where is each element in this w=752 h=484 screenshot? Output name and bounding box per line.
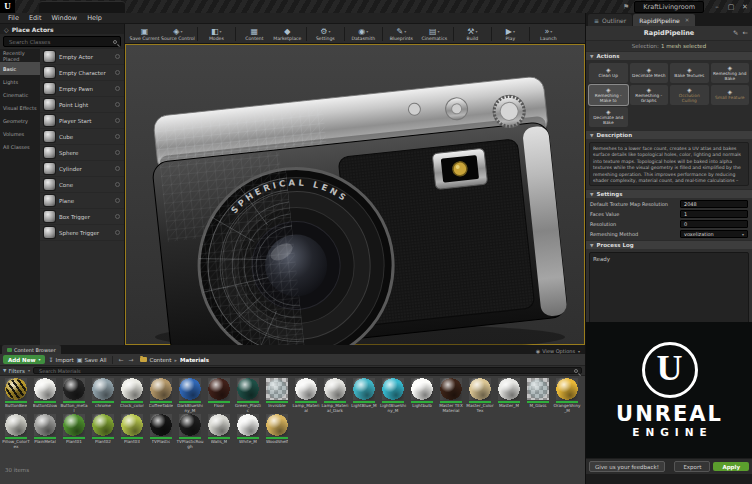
viewport[interactable]: SPHERICAL LENS	[125, 44, 585, 345]
marketplace-button[interactable]: ◆Marketplace	[271, 24, 304, 44]
dock-arrow-icon[interactable]: ←	[743, 29, 748, 37]
actor-item-cylinder[interactable]: Cylinder	[40, 161, 124, 177]
save-current-button[interactable]: ▣Save Current	[128, 24, 161, 44]
breadcrumb-content[interactable]: Content	[150, 357, 172, 363]
forward-arrow-icon[interactable]: →	[128, 356, 135, 363]
asset-white-m[interactable]: White_M	[234, 414, 262, 449]
asset-master-m[interactable]: Master_M	[495, 378, 523, 413]
asset-master-colortex[interactable]: Master_ColorTex	[466, 378, 494, 413]
export-button[interactable]: Export	[674, 461, 710, 472]
setting-value-resolution[interactable]: 0	[680, 220, 748, 228]
actor-item-cone[interactable]: Cone	[40, 177, 124, 193]
filters-button[interactable]: ▼ Filters ▾	[3, 368, 30, 374]
asset-buttonbee[interactable]: ButtonBee	[2, 378, 30, 413]
asset-tvplasticrough[interactable]: TVPlasticRough	[176, 414, 204, 449]
actor-item-point-light[interactable]: Point Light	[40, 97, 124, 113]
asset-floor[interactable]: Floor	[205, 378, 233, 413]
save-all-button[interactable]: ▣ Save All	[77, 356, 107, 363]
action-remeshing-and-bake[interactable]: ◈Remeshing and Bake	[711, 63, 750, 83]
actor-item-cube[interactable]: Cube	[40, 129, 124, 145]
actor-item-plane[interactable]: Plane	[40, 193, 124, 209]
asset-plant03[interactable]: Plant03	[118, 414, 146, 449]
category-geometry[interactable]: Geometry	[0, 114, 40, 127]
apply-button[interactable]: Apply	[713, 462, 749, 471]
settings-button[interactable]: ⚙▾Settings	[309, 24, 342, 44]
actor-item-empty-actor[interactable]: Empty Actor	[40, 49, 124, 65]
maximize-button[interactable]: ▢	[724, 1, 738, 13]
action-remeshing-make-to[interactable]: ◈Remeshing - Make to	[589, 85, 628, 105]
section-process-log[interactable]: ▼ Process Log	[586, 240, 752, 249]
close-button[interactable]: ✕	[738, 1, 752, 13]
action-decimate-mesh[interactable]: ◈Decimate Mesh	[630, 63, 669, 83]
actor-item-player-start[interactable]: Player Start	[40, 113, 124, 129]
section-description[interactable]: ▼ Description	[586, 130, 752, 139]
menu-edit[interactable]: Edit	[24, 14, 47, 22]
asset-plant01[interactable]: Plant01	[60, 414, 88, 449]
notification-flag-icon[interactable]: ⚑	[623, 3, 629, 11]
setting-value-faces-value[interactable]: 1	[680, 210, 748, 218]
action-small-feature[interactable]: ◈Small Feature	[711, 85, 750, 105]
view-options-button[interactable]: ◉ View Options ▾	[536, 348, 583, 354]
minimize-button[interactable]: –	[710, 1, 724, 13]
actor-item-sphere[interactable]: Sphere	[40, 145, 124, 161]
cinematics-button[interactable]: ▤▾Cinematics	[418, 24, 451, 44]
action-clean-up[interactable]: ◈Clean Up	[589, 63, 628, 83]
actor-item-empty-pawn[interactable]: Empty Pawn	[40, 81, 124, 97]
asset-lamp-material[interactable]: Lamp_Material	[292, 378, 320, 413]
asset-walls-m[interactable]: Walls_M	[205, 414, 233, 449]
action-remeshing-graphs[interactable]: ◈Remeshing - Graphs	[630, 85, 669, 105]
asset-pillow-colortex[interactable]: Pillow_ColorTex	[2, 414, 30, 449]
asset-woodshelf[interactable]: WoodShelf	[263, 414, 291, 449]
import-button[interactable]: ↧ Import	[48, 356, 73, 363]
actor-item-box-trigger[interactable]: Box Trigger	[40, 209, 124, 225]
asset-green-plastic[interactable]: Green_Plastic	[234, 378, 262, 413]
asset-plant02[interactable]: Plant02	[89, 414, 117, 449]
asset-buttonglow[interactable]: ButtonGlow	[31, 378, 59, 413]
blueprints-button[interactable]: ✎▾Blueprints	[385, 24, 418, 44]
asset-invisible[interactable]: Invisible	[263, 378, 291, 413]
asset-coffeetable[interactable]: CoffeeTable	[147, 378, 175, 413]
category-basic[interactable]: Basic	[0, 62, 40, 75]
content-button[interactable]: ▦Content	[238, 24, 271, 44]
back-arrow-icon[interactable]: ←	[118, 356, 125, 363]
asset-lightblue-m[interactable]: LightBlue_M	[350, 378, 378, 413]
asset-plainmetal[interactable]: PlainMetal	[31, 414, 59, 449]
asset-orangeshiny-m[interactable]: OrangeShiny_M	[553, 378, 581, 413]
section-settings[interactable]: ▼ Settings	[586, 189, 752, 198]
feedback-button[interactable]: Give us your feedback!	[589, 461, 665, 472]
asset-darkblueshiny-m[interactable]: DarkBlueShiny_M	[176, 378, 204, 413]
source-control-button[interactable]: ◈▾Source Control	[161, 24, 195, 44]
tab-content-browser[interactable]: Content Browser	[2, 345, 61, 354]
action-occlusion-culling[interactable]: ◈Occlusion Culling	[670, 85, 709, 105]
tab-outliner[interactable]: ≡ Outliner	[588, 14, 632, 26]
add-new-button[interactable]: Add New ▾	[3, 355, 45, 364]
unreal-logo-icon[interactable]: U	[0, 0, 15, 13]
breadcrumb-materials[interactable]: Materials	[180, 357, 209, 363]
asset-lightbulb[interactable]: Lightbulb	[408, 378, 436, 413]
modes-button[interactable]: ◧▾Modes	[200, 24, 233, 44]
section-actions[interactable]: ▼ Actions	[586, 51, 752, 60]
asset-clock-color[interactable]: Clock_color	[118, 378, 146, 413]
category-all-classes[interactable]: All Classes	[0, 140, 40, 153]
category-cinematic[interactable]: Cinematic	[0, 88, 40, 101]
search-classes-input[interactable]	[7, 38, 113, 46]
category-lights[interactable]: Lights	[0, 75, 40, 88]
asset-button-metal[interactable]: Button_metal	[60, 378, 88, 413]
menu-window[interactable]: Window	[46, 14, 82, 22]
asset-m-glass[interactable]: M_Glass	[524, 378, 552, 413]
actor-item-sphere-trigger[interactable]: Sphere Trigger	[40, 225, 124, 241]
setting-value-remeshing-method[interactable]: voxelization▾	[680, 230, 748, 238]
search-materials-input[interactable]	[37, 367, 574, 375]
category-recently-placed[interactable]: Recently Placed	[0, 49, 40, 62]
action-decimate-and-bake[interactable]: ◈Decimate and Bake	[589, 107, 628, 127]
launch-button[interactable]: »▾Launch	[532, 24, 565, 44]
play-button[interactable]: ▶▾Play	[494, 24, 527, 44]
asset-chrome[interactable]: chrome	[89, 378, 117, 413]
build-button[interactable]: ⚒▾Build	[456, 24, 489, 44]
edit-icon[interactable]: ✎	[733, 29, 738, 37]
level-tab[interactable]	[39, 1, 125, 13]
asset-lightblueshiny-m[interactable]: LightBlueShiny_M	[379, 378, 407, 413]
asset-tvplastic[interactable]: TVPlastic	[147, 414, 175, 449]
category-visual-effects[interactable]: Visual Effects	[0, 101, 40, 114]
close-tab-icon[interactable]: ✕	[685, 17, 690, 23]
